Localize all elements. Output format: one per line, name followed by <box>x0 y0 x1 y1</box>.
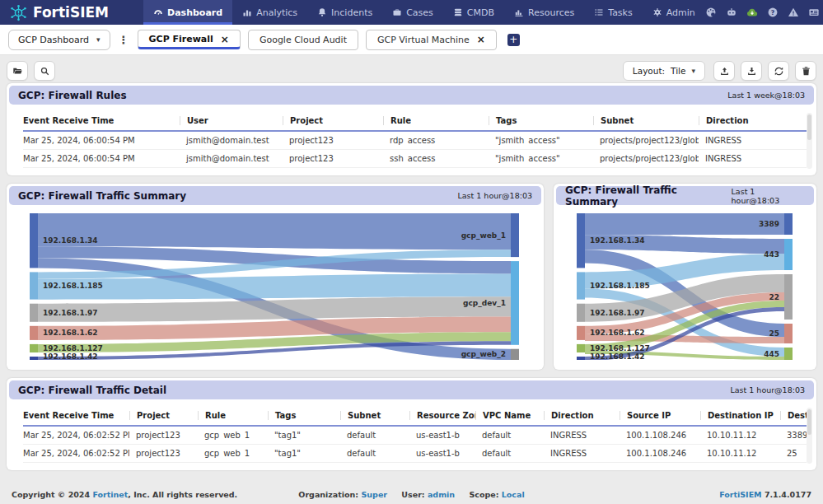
column-header[interactable]: User <box>180 116 283 125</box>
fortisiem-link[interactable]: FortiSIEM <box>719 490 761 499</box>
fortinet-link[interactable]: Fortinet <box>92 490 128 499</box>
column-header[interactable]: Direction <box>699 116 789 125</box>
sankey-node[interactable] <box>30 213 38 268</box>
column-header[interactable]: Rule <box>383 116 489 125</box>
folder-open-icon <box>12 66 23 77</box>
nav-item-incidents[interactable]: Incidents <box>307 0 382 25</box>
sankey-link[interactable] <box>38 213 511 250</box>
column-header[interactable]: Project <box>283 116 383 125</box>
nav-item-analytics[interactable]: Analytics <box>232 0 307 25</box>
nav-item-cases[interactable]: Cases <box>382 0 443 25</box>
sankey-node[interactable] <box>784 239 793 270</box>
sankey-node[interactable] <box>511 349 519 360</box>
column-header[interactable]: Event Receive Time <box>23 116 180 125</box>
vertical-scrollbar[interactable] <box>807 113 812 169</box>
nav-label: CMDB <box>467 7 494 18</box>
time-range-badge[interactable]: Last 1 week@18:03 <box>727 91 805 100</box>
nav-item-dashboard[interactable]: Dashboard <box>143 0 232 25</box>
cloud-download-icon[interactable] <box>746 7 758 18</box>
close-icon[interactable]: × <box>221 35 229 44</box>
sankey-node[interactable] <box>784 324 793 343</box>
table-row[interactable]: Mar 25, 2024, 06:00:54 PMjsmith@domain.t… <box>23 150 807 168</box>
kebab-menu-icon[interactable]: ⋮ <box>118 34 130 46</box>
column-header[interactable]: Resource Zone <box>409 411 475 420</box>
sankey-node[interactable] <box>577 344 585 352</box>
gauge-icon <box>153 7 163 17</box>
column-header[interactable]: Project <box>129 411 198 420</box>
dashboard-selector[interactable]: GCP Dashboard ▾ <box>8 30 110 50</box>
import-button[interactable] <box>713 61 735 81</box>
sankey-node[interactable] <box>577 326 585 340</box>
nav-item-cmdb[interactable]: CMDB <box>443 0 504 25</box>
column-header[interactable]: Tags <box>268 411 340 420</box>
add-dashboard-button[interactable]: + <box>507 34 520 46</box>
delete-button[interactable] <box>795 61 816 81</box>
sankey-node[interactable] <box>30 344 38 352</box>
panel-traffic-summary-ports: GCP: Firewall Traffic Summary Last 1 hou… <box>554 184 816 370</box>
time-range-badge[interactable]: Last 1 hour@18:03 <box>730 385 805 394</box>
brand[interactable]: FortiSIEM <box>10 4 109 21</box>
user-value[interactable]: admin <box>428 490 455 499</box>
open-dashboard-button[interactable] <box>7 61 28 81</box>
column-header[interactable]: Source IP <box>620 411 700 420</box>
search-dashboard-button[interactable] <box>34 61 55 81</box>
tab-gcp-firewall[interactable]: GCP Firewall × <box>138 30 241 49</box>
sankey-node[interactable] <box>511 213 519 257</box>
column-header[interactable]: Destination IP <box>700 411 780 420</box>
column-header[interactable]: Subnet <box>340 411 409 420</box>
sankey-node[interactable] <box>30 272 38 299</box>
sankey-node[interactable] <box>577 272 585 299</box>
vertical-scrollbar[interactable] <box>807 408 812 464</box>
panel-header: GCP: Firewall Traffic Summary Last 1 hou… <box>9 186 541 205</box>
nav-item-tasks[interactable]: Tasks <box>584 0 642 25</box>
sankey-node[interactable] <box>784 274 793 320</box>
sankey-node[interactable] <box>784 348 793 360</box>
scrollbar-thumb[interactable] <box>807 114 811 140</box>
organization-value[interactable]: Super <box>361 490 387 499</box>
table-row[interactable]: Mar 25, 2024, 06:02:52 PMproject123gcp_w… <box>23 445 807 463</box>
sankey-node[interactable] <box>784 213 793 235</box>
column-header[interactable]: Rule <box>198 411 268 420</box>
refresh-button[interactable] <box>768 61 789 81</box>
bot-icon[interactable] <box>726 7 737 18</box>
sankey-node[interactable] <box>30 357 38 360</box>
sankey-node-label: 25 <box>769 329 779 338</box>
sankey-node[interactable] <box>30 326 38 340</box>
export-button[interactable] <box>741 61 762 81</box>
sankey-node[interactable] <box>577 213 585 268</box>
sankey-node[interactable] <box>511 261 519 345</box>
tab-gcp-virtual-machine[interactable]: GCP Virtual Machine × <box>366 30 497 50</box>
time-range-badge[interactable]: Last 1 hour@18:03 <box>457 191 532 200</box>
sankey-node[interactable] <box>577 357 585 360</box>
table-row[interactable]: Mar 25, 2024, 06:02:52 PMproject123gcp_w… <box>23 427 807 445</box>
column-header[interactable]: Destination Port <box>780 411 807 420</box>
sankey-svg: 192.168.1.34192.168.1.185192.168.1.97192… <box>30 213 519 360</box>
nav-item-resources[interactable]: Resources <box>504 0 584 25</box>
layout-selector[interactable]: Layout: Tile ▾ <box>623 61 705 81</box>
table-row[interactable]: Mar 25, 2024, 06:00:54 PMjsmith@domain.t… <box>23 132 807 150</box>
column-header[interactable]: Event Receive Time <box>23 411 129 420</box>
alert-icon[interactable] <box>788 7 799 18</box>
palette-icon[interactable] <box>705 7 717 18</box>
column-header[interactable]: VPC Name <box>475 411 544 420</box>
close-icon[interactable]: × <box>477 35 485 44</box>
column-header[interactable]: Direction <box>544 411 620 420</box>
panel-header: GCP: Firewall Rules Last 1 week@18:03 <box>9 86 814 105</box>
help-icon[interactable]: ? <box>767 7 779 18</box>
column-header[interactable]: Tags <box>489 116 593 125</box>
task-list-icon <box>594 7 604 17</box>
nav-label: Tasks <box>608 7 632 18</box>
table-cell: default <box>340 431 409 440</box>
scope-value[interactable]: Local <box>502 490 525 499</box>
column-header[interactable]: Subnet <box>593 116 699 125</box>
tab-google-cloud-audit[interactable]: Google Cloud Audit <box>248 30 358 50</box>
id-card-icon[interactable] <box>808 7 820 18</box>
chevron-down-icon: ▾ <box>96 35 101 44</box>
table-cell: Mar 25, 2024, 06:02:52 PM <box>23 431 129 440</box>
time-range-badge[interactable]: Last 1 hour@18:03 <box>732 187 805 205</box>
sankey-node[interactable] <box>577 304 585 322</box>
scrollbar-thumb[interactable] <box>807 409 811 435</box>
sankey-node[interactable] <box>30 304 38 322</box>
nav-item-admin[interactable]: Admin <box>643 0 705 25</box>
sankey-link[interactable] <box>585 213 784 235</box>
